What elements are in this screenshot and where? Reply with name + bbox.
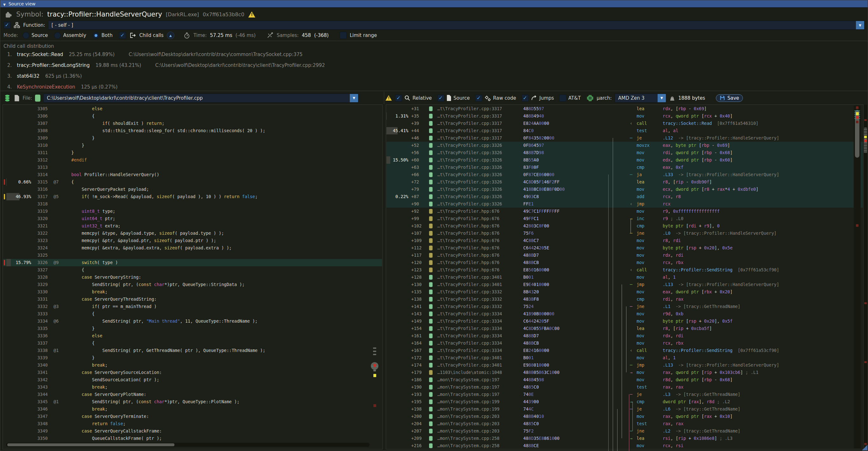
radio-icon[interactable] (54, 32, 61, 39)
asm-instruction-row[interactable]: +141…t\TracyProfiler.cpp:33327524─jne.L1… (386, 303, 863, 310)
asm-instruction-row[interactable]: +52…t\TracyProfiler.cpp:33260FB64597movz… (386, 142, 863, 149)
source-toggle[interactable]: Source (437, 95, 470, 101)
raw-code-checkbox[interactable] (475, 95, 482, 101)
source-line-row[interactable]: 3309 } (3, 134, 382, 142)
source-line-row[interactable]: 3330 break; (3, 288, 382, 296)
asm-instruction-row[interactable]: +204…mon\TracySystem.cpp:2034885C0testra… (386, 420, 863, 427)
source-line-row[interactable]: 3329 SendString( ptr, (const char*)ptr, … (3, 281, 382, 288)
source-line-row[interactable]: 3322 memcpy( &type, &payload.type, sizeo… (3, 230, 382, 237)
asm-instruction-row[interactable]: +109…t\TracyProfiler.hpp:6764C8BC7movr8,… (386, 237, 863, 244)
asm-instruction-row[interactable]: +200…mon\TracySystem.cpp:203488B4010movr… (386, 413, 863, 420)
asm-instruction-row[interactable]: +72…t\TracyProfiler.cpp:33264C8D05F146F2… (386, 178, 863, 186)
asm-instruction-row[interactable]: +174…t\TracyProfiler.cpp:3401E9B8010000─… (386, 361, 863, 369)
asm-instruction-row[interactable]: +90…t\TracyProfiler.cpp:3326FFE1‹jmprcx (386, 200, 863, 208)
asm-instruction-row[interactable]: +135…t\TracyProfiler.cpp:33328B4320movea… (386, 288, 863, 296)
source-line-row[interactable]: 3332@3 if( ptr == m_mainThread ) (3, 303, 382, 310)
source-line-row[interactable]: 3320 uint64_t ptr; (3, 215, 382, 222)
source-line-row[interactable]: 3324 memcpy( &extra, &payload.extra, siz… (3, 244, 382, 251)
asm-instruction-row[interactable]: +130…t\TracyProfiler.cpp:3401E9E4010000─… (386, 281, 863, 288)
asm-instruction-row[interactable]: +138…t\TracyProfiler.cpp:3332483BF8cmprd… (386, 296, 863, 303)
source-line-row[interactable]: 46.93%3317@5 if( !m_sock->Read( &payload… (3, 193, 382, 200)
source-line-row[interactable]: 15.79%3326@9 switch( type ) (3, 259, 382, 266)
source-line-row[interactable]: 3339 } (3, 354, 382, 361)
asm-instruction-row[interactable]: 1.31%+35…t\TracyProfiler.cpp:3317488B494… (386, 113, 863, 120)
source-line-row[interactable]: 3345@1 SendString( ptr, (const char*)ptr… (3, 398, 382, 405)
raw-code-toggle[interactable]: Raw code (475, 95, 516, 101)
asm-instruction-row[interactable]: +143…t\TracyProfiler.cpp:333441B90B00000… (386, 310, 863, 318)
function-combo[interactable]: [ - self - ] (48, 21, 865, 30)
att-checkbox[interactable] (559, 95, 566, 101)
asm-instruction-row[interactable]: +167…t\TracyProfiler.cpp:3334E824160000‹… (386, 347, 863, 354)
source-line-row[interactable]: 3343 break; (3, 384, 382, 391)
resize-grip[interactable] (862, 445, 867, 450)
source-line-row[interactable]: 3319 uint8_t type; (3, 208, 382, 215)
source-line-row[interactable]: 3349 case ServerQueryCallstackFrame: (3, 427, 382, 435)
limit-range-checkbox[interactable] (340, 32, 347, 39)
att-toggle[interactable]: AT&T (559, 95, 581, 101)
asm-instruction-row[interactable]: +120…t\TracyProfiler.hpp:676488BCBmovrcx… (386, 259, 863, 266)
source-line-row[interactable]: 3336 else (3, 332, 382, 339)
chevron-down-icon[interactable] (350, 94, 358, 102)
database-icon[interactable] (3, 94, 11, 102)
asm-instruction-row[interactable]: +31…t\TracyProfiler.cpp:3317488D5597lear… (386, 105, 863, 113)
source-line-row[interactable]: 3310 } (3, 142, 382, 149)
source-line-row[interactable]: 3327 { (3, 266, 382, 274)
source-line-row[interactable]: 3306 { (3, 113, 382, 120)
source-scrollbar[interactable] (371, 105, 378, 443)
source-line-row[interactable]: 3305 else (3, 105, 382, 113)
relative-toggle[interactable]: Relative (395, 95, 432, 101)
child-calls-checkbox[interactable] (119, 32, 126, 39)
asm-instruction-row[interactable]: +39…t\TracyProfiler.cpp:3317E824AA0000‹c… (386, 120, 863, 127)
source-line-row[interactable]: 3313 (3, 164, 382, 171)
source-line-row[interactable]: 3321 uint32_t extra; (3, 222, 382, 230)
asm-instruction-row[interactable]: +186…mon\TracySystem.cpp:197448B4598movr… (386, 376, 863, 384)
source-line-row[interactable]: 3312#endif (3, 156, 382, 164)
mode-radio-both[interactable]: Both (93, 32, 113, 39)
assembly-scrollbar[interactable] (854, 106, 861, 448)
asm-instruction-row[interactable]: +209…mon\TracySystem.cpp:258488D35E88610… (386, 435, 863, 442)
asm-instruction-row[interactable]: +112…t\TracyProfiler.hpp:676C64424205Emo… (386, 244, 863, 251)
source-line-row[interactable]: 3337 { (3, 339, 382, 347)
source-line-row[interactable]: 3334@6 SendString( ptr, "Main thread", 1… (3, 318, 382, 325)
collapse-up-button[interactable] (167, 32, 175, 39)
file-combo[interactable]: C:\Users\wolf\Desktop\darkrl\contrib\tra… (43, 94, 359, 102)
source-line-row[interactable]: 3346 break; (3, 405, 382, 413)
chevron-down-icon[interactable] (658, 94, 666, 102)
asm-instruction-row[interactable]: +123…t\TracyProfiler.hpp:676E850160000‹c… (386, 266, 863, 274)
asm-instruction-row[interactable]: +128…t\TracyProfiler.cpp:3401B001moval, … (386, 274, 863, 281)
source-line-row[interactable]: 3331 case ServerQueryThreadString: (3, 296, 382, 303)
source-horizontal-scrollbar[interactable] (6, 443, 370, 447)
radio-icon[interactable] (23, 32, 29, 39)
asm-instruction-row[interactable]: +154…t\TracyProfiler.cpp:33344C8D055FBA0… (386, 325, 863, 332)
asm-instruction-row[interactable]: 15.50%+60…t\TracyProfiler.cpp:33268B55A0… (386, 156, 863, 164)
asm-instruction-row[interactable]: +172…t\TracyProfiler.cpp:3401B001moval, … (386, 354, 863, 361)
asm-instruction-row[interactable]: +198…mon\TracySystem.cpp:199744C─je.L6 -… (386, 405, 863, 413)
source-line-row[interactable]: 3340 break; (3, 361, 382, 369)
source-line-row[interactable]: 0.66%3315@7{ (3, 178, 382, 186)
asm-instruction-row[interactable]: +99…t\TracyProfiler.hpp:67649FFC1→incr9 … (386, 215, 863, 222)
asm-instruction-row[interactable]: +179…1103\include\atomic:1048488B05B63C1… (386, 369, 863, 376)
child-call-row[interactable]: 1.tracy::Socket::Read25.25 ms (54.89%)C:… (3, 49, 868, 60)
source-line-row[interactable]: 3344 case ServerQueryPlotName: (3, 391, 382, 398)
source-line-row[interactable]: 3342 SendSourceLocation( ptr ); (3, 376, 382, 384)
radio-icon[interactable] (93, 32, 99, 39)
source-line-row[interactable]: 3316 ServerQueryPacket payload; (3, 186, 382, 193)
source-line-row[interactable]: 3325 (3, 251, 382, 259)
asm-instruction-row[interactable]: +92…t\TracyProfiler.hpp:67649C7C1FFFFFFF… (386, 208, 863, 215)
asm-instruction-row[interactable]: +63…t\TracyProfiler.cpp:332683F80Fcmpeax… (386, 164, 863, 171)
asm-instruction-row[interactable]: 45.41%+44…t\TracyProfiler.cpp:331784C0te… (386, 127, 863, 134)
source-line-row[interactable]: 3333 { (3, 310, 382, 318)
source-line-row[interactable]: 3308 std::this_thread::sleep_for( std::c… (3, 127, 382, 134)
asm-instruction-row[interactable]: +117…t\TracyProfiler.hpp:676488BD7movrdx… (386, 251, 863, 259)
asm-instruction-row[interactable]: +195…mon\TracySystem.cpp:199443900→cmpdw… (386, 398, 863, 405)
source-line-row[interactable]: 3307 if( shouldExit ) return; (3, 120, 382, 127)
asm-instruction-row[interactable]: +56…t\TracyProfiler.cpp:3326488B7D98movr… (386, 149, 863, 156)
source-line-row[interactable]: 3318 (3, 200, 382, 208)
source-line-row[interactable]: 3348 return false; (3, 420, 382, 427)
mode-radio-source[interactable]: Source (23, 32, 48, 39)
asm-instruction-row[interactable]: +161…t\TracyProfiler.cpp:3334488BD7movrd… (386, 332, 863, 339)
asm-instruction-row[interactable]: +66…t\TracyProfiler.cpp:33260F87CE060000… (386, 171, 863, 178)
asm-instruction-row[interactable]: +190…mon\TracySystem.cpp:1974885C0testra… (386, 384, 863, 391)
scrollbar-thumb[interactable] (7, 443, 175, 446)
source-line-row[interactable]: 3350 QueueCallstackFrame( ptr ); (3, 435, 382, 442)
